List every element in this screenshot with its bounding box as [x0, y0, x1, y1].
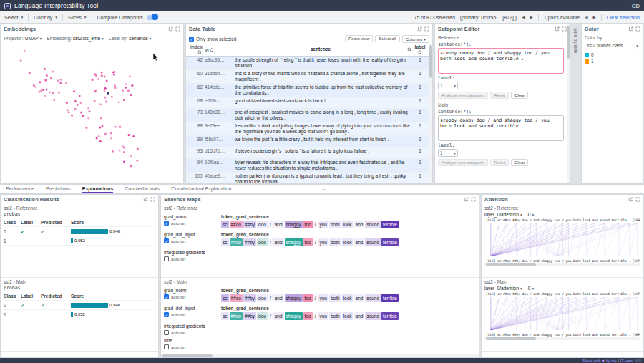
attention-token[interactable]: both	[573, 292, 581, 296]
maximize-icon[interactable]	[635, 197, 640, 202]
salience-token[interactable]: ##oo	[230, 294, 243, 302]
salience-token[interactable]: look	[342, 294, 353, 302]
salience-token[interactable]: /	[268, 221, 273, 228]
attention-token[interactable]: /	[562, 259, 564, 263]
salience-token[interactable]: ##oo	[230, 221, 243, 228]
prev-datapoint-icon[interactable]: ◀	[522, 15, 525, 19]
salience-token[interactable]: sc	[221, 221, 229, 228]
editor-scrollbar[interactable]	[567, 24, 570, 183]
salience-token[interactable]: shaggy	[285, 312, 303, 320]
popout-icon[interactable]	[143, 197, 148, 202]
color-by-menu[interactable]: Color by▾	[34, 15, 57, 20]
attention-token[interactable]: /	[530, 218, 532, 222]
table-row[interactable]: 889e79ee…fresnadillo 's dark and jolting…	[186, 122, 432, 136]
autorun-checkbox[interactable]: autorun	[164, 256, 221, 261]
attention-token[interactable]: .	[628, 292, 630, 296]
label-select[interactable]: 1▾	[438, 149, 458, 157]
autorun-checkbox[interactable]: autorun	[164, 312, 221, 317]
maximize-icon[interactable]	[635, 26, 640, 32]
popout-icon[interactable]	[168, 26, 173, 32]
table-row[interactable]: 6031db54…this is a story of two misfits …	[186, 70, 432, 84]
salience-token[interactable]: sound	[365, 238, 381, 246]
select-menu[interactable]: Select▾	[4, 15, 23, 20]
reset-button[interactable]: Reset	[490, 92, 509, 99]
salience-token[interactable]: /	[313, 238, 318, 246]
salience-token[interactable]: /	[268, 238, 273, 246]
salience-token[interactable]: both	[329, 238, 341, 246]
salience-token[interactable]: ##oo	[230, 312, 243, 320]
attention-token[interactable]: sc	[497, 333, 501, 337]
salience-token[interactable]: shaggy	[285, 294, 303, 302]
attention-token[interactable]: you	[565, 218, 571, 222]
tab-predictions[interactable]: Predictions	[46, 185, 71, 193]
salience-token[interactable]: and	[273, 221, 284, 228]
salience-token[interactable]: shaggy	[285, 221, 303, 228]
attention-token[interactable]: shaggy	[541, 333, 552, 337]
attention-token[interactable]: look	[582, 333, 590, 337]
attention-token[interactable]: and	[533, 333, 539, 337]
attention-token[interactable]: too	[555, 292, 560, 296]
attention-token[interactable]: [SEP]	[633, 333, 641, 337]
col-header-sentence[interactable]: sentence	[235, 47, 412, 53]
attention-token[interactable]: both	[573, 333, 581, 337]
attention-token[interactable]: look	[582, 292, 590, 296]
attention-token[interactable]: too	[555, 333, 560, 337]
autorun-checkbox[interactable]: autorun	[164, 344, 221, 349]
attention-head-select[interactable]: 0▾	[528, 286, 534, 291]
attention-token[interactable]: look	[582, 259, 590, 263]
salience-token[interactable]: /	[313, 221, 318, 228]
salience-token[interactable]: sound	[365, 221, 381, 228]
attention-token[interactable]: and	[592, 218, 598, 222]
attention-token[interactable]: sc	[497, 259, 501, 263]
projector-select[interactable]: UMAP▾	[25, 36, 42, 41]
attention-token[interactable]: look	[582, 218, 590, 222]
attention-token[interactable]: sound	[600, 218, 610, 222]
attention-token[interactable]: ##oo	[503, 333, 511, 337]
attention-token[interactable]: shaggy	[541, 218, 552, 222]
attention-token[interactable]: and	[533, 218, 539, 222]
attention-token[interactable]: /	[562, 218, 564, 222]
slices-menu[interactable]: Slices▾	[68, 15, 86, 20]
attention-token[interactable]: you	[565, 333, 571, 337]
salience-token[interactable]: ##oo	[230, 238, 243, 246]
salience-token[interactable]: ##by	[243, 221, 256, 228]
search-icon[interactable]	[197, 50, 203, 55]
popout-icon[interactable]	[555, 26, 560, 32]
only-show-selected-checkbox[interactable]: Only show selected	[189, 37, 236, 42]
user-initials[interactable]: GD	[632, 3, 640, 9]
attention-token[interactable]: shaggy	[541, 292, 552, 296]
salience-token[interactable]: and	[354, 294, 365, 302]
attention-token[interactable]: both	[573, 259, 581, 263]
attention-token[interactable]: and	[592, 333, 598, 337]
attention-token[interactable]: sound	[600, 292, 610, 296]
salience-token[interactable]: and	[354, 312, 365, 320]
tab-counterfactuals[interactable]: Counterfactuals	[125, 185, 160, 193]
salience-token[interactable]: terrible	[381, 238, 399, 246]
attention-token[interactable]: sc	[497, 292, 501, 296]
maximize-icon[interactable]	[150, 197, 155, 202]
attention-token[interactable]: doo	[522, 259, 528, 263]
clear-button[interactable]: Clear	[511, 159, 528, 166]
table-row[interactable]: 73148b38…one of creepiest , scariest mov…	[186, 109, 432, 122]
salience-token[interactable]: shaggy	[285, 238, 303, 246]
reset-button[interactable]: Reset	[490, 159, 509, 166]
salience-token[interactable]: terrible	[381, 221, 399, 228]
salience-token[interactable]: ##by	[243, 294, 256, 302]
salience-token[interactable]: look	[342, 221, 353, 228]
popout-icon[interactable]	[417, 26, 422, 32]
tab-performance[interactable]: Performance	[6, 185, 34, 193]
label-by-select[interactable]: sentence▾	[129, 36, 151, 41]
col-header-id[interactable]: id	[205, 47, 235, 53]
select-all-button[interactable]: Select all	[375, 35, 399, 42]
attention-token[interactable]: and	[533, 259, 539, 263]
salience-token[interactable]: too	[303, 221, 313, 228]
salience-token[interactable]: you	[318, 221, 328, 228]
columns-button[interactable]: Columns ▾	[402, 35, 429, 43]
attention-token[interactable]: /	[530, 292, 532, 296]
attention-layer-select[interactable]: layer_0/attention▾	[484, 286, 522, 291]
salience-token[interactable]: you	[318, 294, 328, 302]
autorun-checkbox[interactable]: autorun	[164, 294, 221, 299]
salience-token[interactable]: /	[313, 294, 318, 302]
salience-token[interactable]: you	[318, 238, 328, 246]
attention-token[interactable]: terrible	[611, 218, 627, 222]
